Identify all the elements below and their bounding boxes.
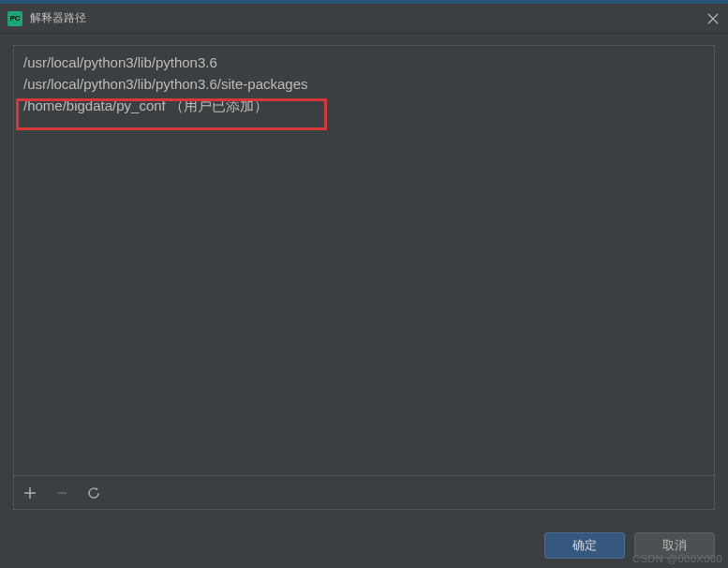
refresh-icon[interactable] <box>85 485 102 501</box>
pycharm-icon <box>7 11 22 26</box>
ok-button[interactable]: 确定 <box>544 532 625 559</box>
list-item[interactable]: /usr/local/python3/lib/python3.6 <box>14 52 714 73</box>
close-icon[interactable] <box>706 11 721 26</box>
window-title: 解释器路径 <box>30 10 706 26</box>
content-area: /usr/local/python3/lib/python3.6 /usr/lo… <box>0 34 728 510</box>
list-item[interactable]: /usr/local/python3/lib/python3.6/site-pa… <box>14 73 714 95</box>
remove-icon <box>53 485 70 501</box>
list-toolbar <box>13 476 715 510</box>
list-item[interactable]: /home/bigdata/py_conf （用户已添加） <box>14 95 714 118</box>
titlebar: 解释器路径 <box>0 4 728 34</box>
interpreter-paths-list[interactable]: /usr/local/python3/lib/python3.6 /usr/lo… <box>13 45 715 476</box>
watermark-text: CSDN @000X000 <box>632 553 722 564</box>
add-icon[interactable] <box>22 485 38 501</box>
